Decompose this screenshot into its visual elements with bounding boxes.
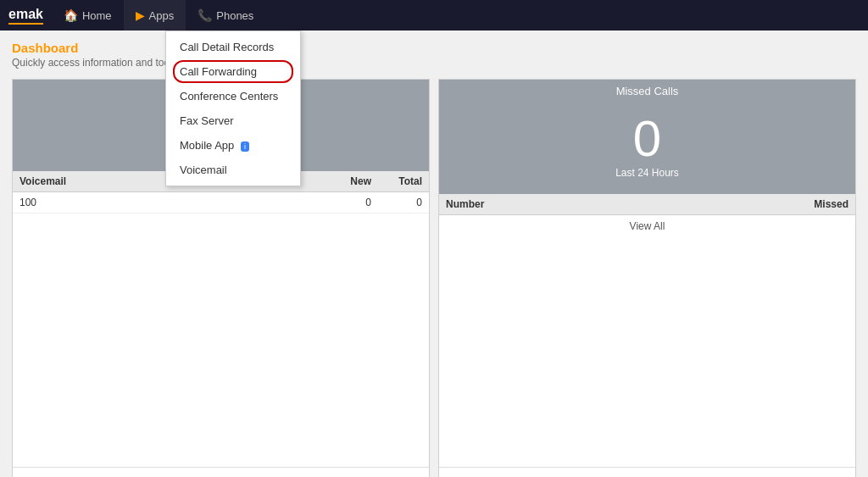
missed-col-header-missed: Missed	[781, 198, 849, 210]
main-content: Dashboard Quickly access information and…	[0, 31, 868, 477]
dropdown-call-detail-records[interactable]: Call Detail Records	[166, 35, 300, 59]
missed-calls-footer: ...	[439, 467, 855, 477]
voicemail-row-new: 0	[320, 197, 371, 208]
nav-home[interactable]: 🏠 Home	[52, 0, 124, 31]
missed-calls-count-section: 0 Last 24 Hours	[439, 103, 855, 194]
missed-col-header-number: Number	[446, 198, 781, 210]
dashboard-title: Dashboard	[12, 41, 856, 55]
dashboard-subtitle: Quickly access information and tools rel…	[12, 57, 856, 69]
voicemail-row-name: 100	[19, 197, 320, 208]
logo-text: emak	[8, 7, 43, 21]
dropdown-voicemail[interactable]: Voicemail	[166, 158, 300, 182]
nav-apps-label: Apps	[149, 9, 175, 22]
dropdown-mobile-app[interactable]: Mobile App i	[166, 133, 300, 158]
missed-calls-table: Number Missed View All	[439, 194, 855, 467]
missed-calls-widget: Missed Calls 0 Last 24 Hours Number Miss…	[438, 79, 856, 477]
logo[interactable]: emak	[8, 7, 43, 25]
nav-home-label: Home	[82, 9, 112, 22]
voicemail-table: Voicemail New Total 100 0 0	[13, 171, 429, 467]
mobile-app-badge: i	[241, 141, 249, 152]
dropdown-conference-centers[interactable]: Conference Centers	[166, 84, 300, 108]
missed-calls-header: Missed Calls	[439, 80, 855, 103]
nav-phones-label: Phones	[216, 9, 253, 22]
missed-calls-count: 0	[439, 111, 855, 167]
dropdown-call-forwarding[interactable]: Call Forwarding	[166, 59, 300, 84]
missed-calls-count-label: Last 24 Hours	[439, 167, 855, 186]
main-nav: 🏠 Home ▶ Apps 📞 Phones	[52, 0, 265, 31]
header: emak 🏠 Home ▶ Apps 📞 Phones Call Detail …	[0, 0, 868, 31]
dropdown-fax-server[interactable]: Fax Server	[166, 108, 300, 133]
voicemail-table-row: 100 0 0	[13, 192, 429, 214]
phones-icon: 📞	[198, 8, 212, 22]
nav-phones[interactable]: 📞 Phones	[186, 0, 265, 31]
voicemail-col-header-total: Total	[371, 175, 422, 187]
apps-dropdown: Call Detail Records Call Forwarding Conf…	[165, 31, 301, 186]
voicemail-row-total: 0	[371, 197, 422, 208]
missed-calls-table-header: Number Missed	[439, 194, 855, 215]
apps-icon: ▶	[136, 8, 145, 22]
voicemail-col-header-new: New	[320, 175, 371, 187]
logo-underline	[8, 23, 43, 25]
view-all-link[interactable]: View All	[439, 215, 855, 237]
home-icon: 🏠	[64, 8, 78, 22]
nav-apps[interactable]: ▶ Apps	[124, 0, 186, 31]
widget-row: 0 New Messages Voicemail New Total 100 0…	[12, 79, 856, 477]
voicemail-footer: ...	[13, 467, 429, 477]
